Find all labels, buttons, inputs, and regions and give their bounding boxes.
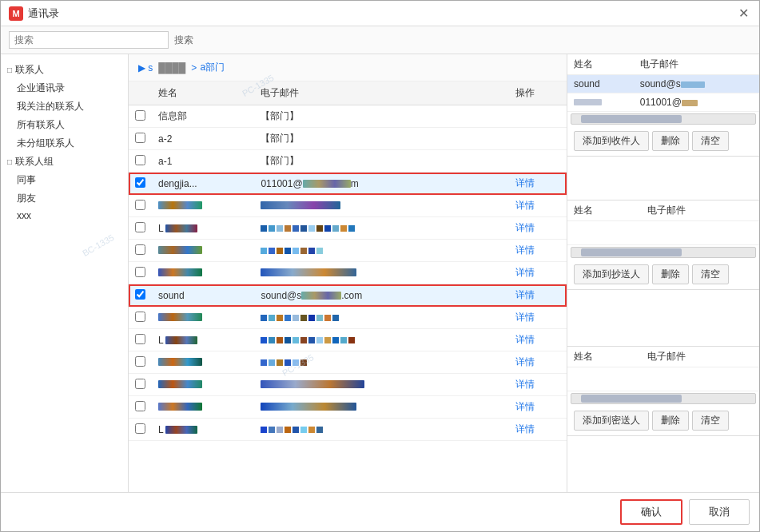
row-checkbox[interactable]: [135, 155, 145, 165]
bcc-scrollbar[interactable]: [571, 393, 756, 404]
row-checkbox[interactable]: [135, 244, 145, 255]
bcc-col-name: 姓名: [567, 347, 641, 367]
to-row-sound: sound sound@s: [567, 75, 759, 93]
detail-link[interactable]: 详情: [515, 267, 535, 278]
contacts-label: 联系人: [15, 63, 44, 77]
row-checkbox[interactable]: [135, 423, 145, 434]
to-table: 姓名 电子邮件 sound sound@s 011001@: [567, 54, 759, 112]
xxx-label: xxx: [17, 210, 31, 221]
col-header-name: 姓名: [152, 81, 254, 105]
search-bar: 搜索: [1, 26, 759, 54]
row-checkbox-dengjia[interactable]: [135, 177, 145, 188]
sidebar: □ 联系人 企业通讯录 我关注的联系人 所有联系人 未分组联系人 □ 联系人组 …: [1, 54, 129, 492]
row-checkbox[interactable]: [135, 133, 145, 143]
right-panel-sections: 姓名 电子邮件 sound sound@s 011001@: [567, 54, 759, 492]
bcc-empty-row: [567, 367, 759, 391]
detail-link[interactable]: 详情: [515, 401, 535, 412]
expand-icon: □: [7, 66, 12, 74]
row-checkbox[interactable]: [135, 267, 145, 277]
cc-col-email: 电子邮件: [641, 200, 759, 221]
row-name-dengjia: dengjia...: [152, 173, 254, 195]
clear-bcc-button[interactable]: 清空: [692, 411, 729, 431]
add-to-cc-button[interactable]: 添加到抄送人: [574, 264, 649, 284]
sidebar-item-friends[interactable]: 朋友: [1, 189, 128, 208]
delete-bcc-button[interactable]: 删除: [652, 411, 689, 431]
sidebar-item-followed[interactable]: 我关注的联系人: [1, 97, 128, 116]
row-checkbox[interactable]: [135, 334, 145, 344]
to-section: 姓名 电子邮件 sound sound@s 011001@: [567, 54, 759, 200]
row-checkbox[interactable]: [135, 222, 145, 232]
breadcrumb-part2[interactable]: a部门: [200, 61, 225, 74]
confirm-button[interactable]: 确认: [620, 499, 682, 525]
table-row: 详情: [129, 240, 567, 262]
row-name-sound: sound: [152, 284, 254, 307]
table-row: 详情: [129, 262, 567, 284]
delete-cc-button[interactable]: 删除: [652, 264, 689, 284]
col-header-action: 操作: [509, 81, 567, 105]
groups-section-header[interactable]: □ 联系人组: [1, 153, 128, 171]
to-scrollbar-thumb: [581, 115, 682, 123]
table-row: L: [129, 329, 567, 351]
to-name-sound: sound: [567, 75, 634, 93]
groups-label: 联系人组: [15, 155, 54, 169]
detail-link[interactable]: 详情: [515, 356, 535, 367]
bcc-action-buttons: 添加到密送人 删除 清空: [567, 406, 759, 436]
sidebar-item-coworkers[interactable]: 同事: [1, 171, 128, 189]
table-row: 详情: [129, 396, 567, 419]
sidebar-item-enterprise[interactable]: 企业通讯录: [1, 79, 128, 97]
close-button[interactable]: ✕: [735, 6, 751, 22]
search-input[interactable]: [9, 31, 169, 49]
detail-link[interactable]: 详情: [515, 334, 535, 345]
sidebar-item-ungrouped[interactable]: 未分组联系人: [1, 134, 128, 153]
enterprise-label: 企业通讯录: [17, 82, 65, 93]
row-checkbox[interactable]: [135, 312, 145, 322]
add-to-bcc-button[interactable]: 添加到密送人: [574, 411, 649, 431]
detail-link[interactable]: 详情: [515, 312, 535, 323]
row-checkbox[interactable]: [135, 110, 145, 121]
title-bar-left: M 通讯录: [9, 6, 59, 21]
ungrouped-label: 未分组联系人: [17, 137, 74, 149]
sidebar-item-xxx[interactable]: xxx: [1, 208, 128, 224]
detail-link[interactable]: 详情: [515, 423, 535, 435]
to-scrollbar[interactable]: [571, 113, 756, 125]
breadcrumb-part1[interactable]: ▶ s: [138, 62, 153, 73]
bcc-section: 姓名 电子邮件 添加到密送人 删除 清空: [567, 347, 759, 492]
to-email-2: 011001@: [634, 93, 759, 112]
cc-col-name: 姓名: [567, 200, 641, 221]
to-col-name: 姓名: [567, 54, 634, 75]
row-checkbox-sound[interactable]: [135, 289, 145, 300]
row-checkbox[interactable]: [135, 356, 145, 367]
title-bar: M 通讯录 ✕: [1, 1, 759, 26]
sidebar-item-all[interactable]: 所有联系人: [1, 116, 128, 134]
right-panel: 姓名 电子邮件 sound sound@s 011001@: [567, 54, 759, 492]
to-col-email: 电子邮件: [634, 54, 759, 75]
add-to-recipient-button[interactable]: 添加到收件人: [574, 131, 649, 151]
detail-link[interactable]: 详情: [515, 200, 535, 211]
row-checkbox[interactable]: [135, 401, 145, 411]
cancel-button[interactable]: 取消: [689, 499, 750, 525]
bottom-bar: 确认 取消: [1, 492, 759, 531]
detail-link[interactable]: 详情: [515, 244, 535, 256]
contacts-section-header[interactable]: □ 联系人: [1, 61, 128, 79]
row-checkbox[interactable]: [135, 379, 145, 389]
delete-recipient-button[interactable]: 删除: [652, 131, 689, 151]
cc-scrollbar[interactable]: [571, 247, 756, 258]
coworkers-label: 同事: [17, 174, 36, 185]
bcc-table: 姓名 电子邮件: [567, 347, 759, 391]
clear-cc-button[interactable]: 清空: [692, 264, 729, 284]
search-label: 搜索: [174, 34, 193, 46]
window-title: 通讯录: [28, 6, 59, 21]
detail-link[interactable]: 详情: [515, 379, 535, 390]
detail-link[interactable]: 详情: [515, 177, 535, 189]
detail-link[interactable]: 详情: [515, 222, 535, 233]
clear-recipient-button[interactable]: 清空: [692, 131, 729, 151]
cc-table: 姓名 电子邮件: [567, 200, 759, 245]
table-row: a-2 【部门】: [129, 128, 567, 150]
detail-link-sound[interactable]: 详情: [515, 289, 535, 300]
table-row-dengjia: dengjia... 011001@m 详情: [129, 173, 567, 195]
row-checkbox[interactable]: [135, 200, 145, 210]
breadcrumb-blurred: ████: [158, 62, 185, 73]
cc-empty-row: [567, 221, 759, 245]
cc-section: 姓名 电子邮件 添加到抄送人 删除 清空: [567, 200, 759, 347]
row-email-sound: sound@s.com: [254, 284, 508, 307]
